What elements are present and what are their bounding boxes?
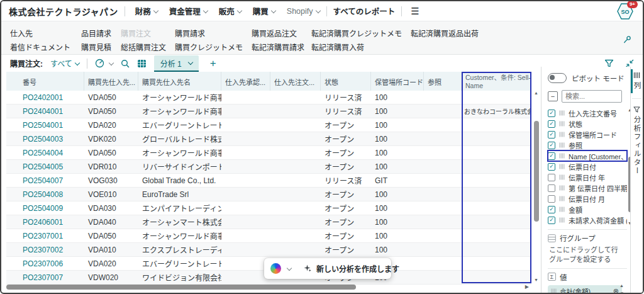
field-item[interactable]: ✓参照	[548, 140, 627, 150]
column-header[interactable]: 参照	[424, 72, 462, 91]
menu-item-資金管理[interactable]: 資金管理	[169, 5, 208, 17]
remove-value-icon[interactable]: ⊗	[613, 288, 619, 294]
field-item[interactable]: ✓状態	[548, 118, 627, 129]
field-checkbox[interactable]: ✓	[548, 217, 555, 224]
scroll-up-arrow[interactable]: ▲	[534, 91, 538, 95]
copilot-menu-button[interactable]	[264, 258, 297, 279]
menu-item-販売[interactable]: 販売	[219, 5, 242, 17]
ribbon-link[interactable]: 着信ドキュメント	[10, 42, 81, 52]
field-item[interactable]: ✓金額	[548, 204, 627, 215]
field-item[interactable]: ✓Name [Customer、条件...	[548, 150, 627, 161]
field-checkbox[interactable]: ✓	[548, 206, 555, 213]
field-checkbox[interactable]: ✓	[548, 131, 555, 139]
column-header[interactable]: 仕入先承認...	[221, 72, 270, 91]
field-item[interactable]: ✓未請求入荷済金額 (LCY)	[548, 215, 627, 225]
menu-item-財務[interactable]: 財務	[135, 5, 158, 17]
field-item[interactable]: 第 伝票日付 四半期	[548, 183, 627, 193]
scroll-right-arrow[interactable]: ▶	[525, 284, 529, 290]
field-checkbox[interactable]: ✓	[548, 152, 555, 160]
menu-item-購買[interactable]: 購買	[253, 5, 275, 17]
table-row[interactable]: PO2406001VDA040オーシャンマート株式会社オープン100	[6, 215, 531, 229]
pivot-mode-toggle[interactable]	[548, 73, 567, 83]
ribbon-link[interactable]: 総括購買注文	[121, 42, 175, 52]
po-number-link[interactable]: PO2404001	[19, 107, 84, 116]
menu-item-Shopify[interactable]: Shopify	[287, 7, 320, 16]
po-number-link[interactable]: PO2504004	[19, 149, 84, 157]
hamburger-menu-icon[interactable]: ☰	[411, 6, 419, 17]
column-header[interactable]: 購買先仕入先...	[84, 72, 138, 91]
field-item[interactable]: ✓伝票日付	[548, 161, 627, 172]
ribbon-link[interactable]: 購買請求	[175, 28, 252, 38]
value-pill[interactable]: 合計(金額)⊗	[548, 285, 622, 294]
vertical-scrollbar-thumb[interactable]	[534, 121, 539, 222]
field-checkbox[interactable]: ✓	[548, 120, 555, 128]
field-checkbox[interactable]: ✓	[548, 142, 555, 149]
field-search-input[interactable]	[562, 90, 622, 103]
analysis-options-dropdown[interactable]	[95, 59, 113, 68]
field-checkbox[interactable]: ✓	[548, 110, 555, 117]
po-number-link[interactable]: PO2307006	[19, 259, 84, 268]
table-row[interactable]: PO2504003VDK020グローバルトレード株式会社オープン100	[6, 132, 531, 146]
column-header[interactable]: 状態	[321, 72, 371, 91]
po-number-link[interactable]: PO2307001	[19, 232, 84, 240]
column-header[interactable]: 購買先仕入先名	[138, 72, 221, 91]
values-scroll-up-arrow[interactable]: ▲	[619, 283, 624, 288]
table-row[interactable]: PO2404001VDA050オーシャンワールド商事株...リリース済100おき…	[6, 105, 531, 118]
ribbon-link[interactable]: 購買返品注文	[252, 28, 311, 38]
po-number-link[interactable]: PO2504007	[19, 176, 84, 185]
view-filter-dropdown[interactable]: すべて	[50, 58, 79, 69]
field-checkbox[interactable]	[548, 174, 555, 181]
scroll-down-arrow[interactable]: ▼	[534, 278, 538, 282]
ribbon-link[interactable]: 品目請求	[81, 28, 121, 38]
table-row[interactable]: PO2504008VOE010EuroTrade Srlオープン100	[6, 188, 531, 201]
po-number-link[interactable]: PO2504005	[19, 162, 84, 171]
table-row[interactable]: PO2402001VDA050オーシャンワールド商事株...リリース済100	[6, 91, 531, 105]
ribbon-link[interactable]: 購買見積	[81, 42, 121, 52]
column-header[interactable]: 保管場所コード	[371, 72, 424, 91]
column-header[interactable]: 番号	[19, 72, 84, 91]
table-row[interactable]: PO2504005VDR010リバーサイドインポート有...オープン100	[6, 160, 531, 174]
ribbon-link[interactable]: 転記済購買請求	[252, 42, 311, 52]
po-number-link[interactable]: PO2406001	[19, 218, 84, 227]
ribbon-link[interactable]: 転記済購買返品出荷	[411, 28, 484, 38]
horizontal-scrollbar-thumb[interactable]	[6, 285, 356, 290]
table-row[interactable]: PO2504001VDA020エバーグリーントレード株...オープン100	[6, 118, 531, 132]
table-row[interactable]: PO2504004VDA050オーシャンワールド商事株...オープン100	[6, 146, 531, 160]
ribbon-link[interactable]: 転記済購買入荷	[311, 42, 411, 52]
po-number-link[interactable]: PO2402001	[19, 93, 84, 102]
po-number-link[interactable]: PO2504009	[19, 204, 84, 213]
field-item[interactable]: ✓保管場所コード	[548, 129, 627, 140]
create-analysis-button[interactable]: 新しい分析を作成します	[297, 263, 407, 274]
po-number-link[interactable]: PO2307002	[19, 246, 84, 254]
table-row[interactable]: PO2307002VDA010エクスプレストレーディング...オープン100	[6, 243, 531, 257]
column-header[interactable]: 仕入先注文...	[270, 72, 321, 91]
tab-analysis-filter[interactable]: 分析フィルター	[631, 101, 643, 181]
values-scrollbar[interactable]: ▲ ▼	[619, 283, 625, 294]
ribbon-link[interactable]: 転記済購買クレジットメモ	[311, 28, 411, 38]
column-header-customer[interactable]: Customer、条件: Sell-to...Name	[462, 72, 531, 91]
avatar[interactable]: SO 9+	[616, 3, 635, 20]
table-row[interactable]: PO2307001VDA050オーシャンワールド商事株...オープン100	[6, 229, 531, 243]
collapse-all-button[interactable]: −	[548, 91, 558, 101]
ribbon-link[interactable]: 仕入先	[10, 28, 81, 38]
spreadsheet-icon[interactable]	[137, 59, 147, 68]
table-row[interactable]: PO2504009VDA030エンパイアトレーディング...オープン100	[6, 201, 531, 215]
add-analysis-tab-button[interactable]: +	[210, 58, 216, 69]
vertical-scrollbar[interactable]: ▲ ▼	[533, 89, 540, 283]
tab-columns[interactable]: 列	[631, 67, 643, 96]
search-icon[interactable]	[121, 59, 130, 68]
horizontal-scrollbar[interactable]: ▶	[6, 284, 531, 291]
field-item[interactable]: ✓仕入先注文番号	[548, 108, 627, 118]
table-row[interactable]: PO2504007VOG030Global Trade Co., Ltd.リリー…	[6, 174, 531, 188]
ribbon-link[interactable]: 購買クレジットメモ	[175, 42, 252, 52]
po-number-link[interactable]: PO2307007	[19, 273, 84, 282]
tab-analysis-1[interactable]: 分析 1	[154, 55, 199, 72]
field-item[interactable]: 伝票日付 年	[548, 172, 627, 183]
field-checkbox[interactable]: ✓	[548, 163, 555, 171]
all-reports-link[interactable]: すべてのレポート	[333, 5, 396, 17]
field-checkbox[interactable]	[548, 195, 555, 203]
field-checkbox[interactable]	[548, 184, 555, 192]
po-number-link[interactable]: PO2504003	[19, 135, 84, 144]
po-number-link[interactable]: PO2504008	[19, 190, 84, 199]
po-number-link[interactable]: PO2504001	[19, 121, 84, 130]
